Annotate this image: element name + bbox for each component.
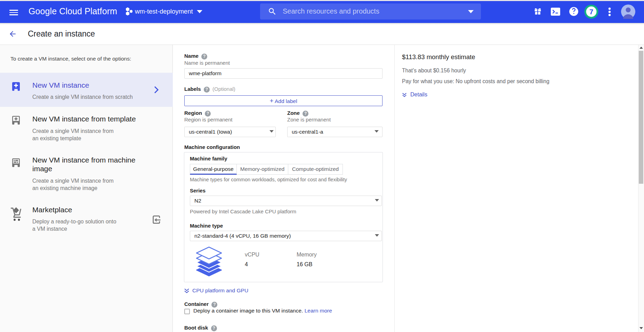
svg-text:7: 7	[589, 8, 593, 16]
